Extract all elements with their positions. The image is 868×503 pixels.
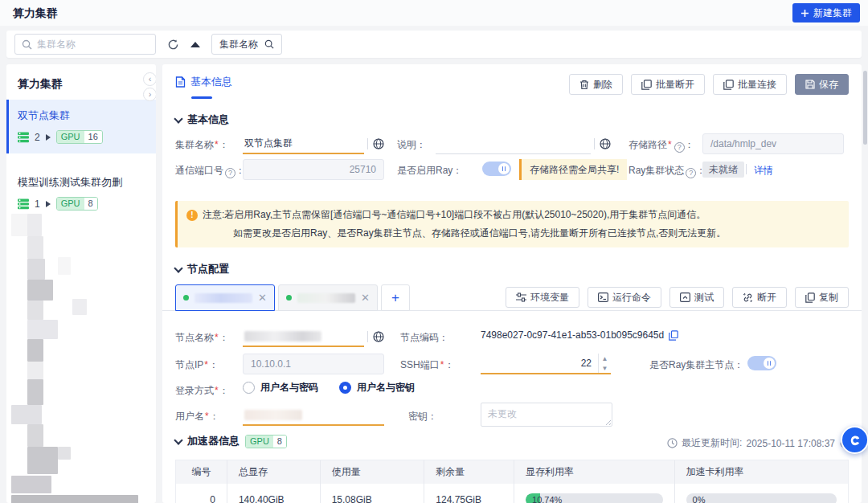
- globe-icon[interactable]: [373, 331, 384, 342]
- window-icon: [680, 292, 690, 302]
- question-icon[interactable]: ?: [674, 142, 685, 153]
- ssh-port-stepper[interactable]: 22 ▲▼: [481, 354, 611, 374]
- cluster-name-field[interactable]: 双节点集群: [243, 133, 384, 154]
- description-field[interactable]: [436, 133, 611, 154]
- env-vars-button[interactable]: 环境变量: [506, 287, 579, 308]
- username-field[interactable]: [243, 405, 384, 426]
- copy-icon: [805, 292, 815, 303]
- refresh-icon[interactable]: [167, 39, 179, 51]
- gpu-badge: GPU 16: [56, 130, 103, 144]
- tab-basic-info[interactable]: 基本信息: [175, 75, 232, 89]
- copy-blue-icon[interactable]: [669, 330, 678, 341]
- save-icon: [805, 80, 815, 89]
- cluster-sidebar: 算力集群 ‹ › 双节点集群 2 GPU 16 模型训练测试集群勿删 1 GPU: [6, 64, 156, 503]
- node-tab-1[interactable]: ✕: [175, 284, 275, 311]
- redacted-node-name: [194, 293, 252, 303]
- test-button[interactable]: 测试: [669, 287, 724, 308]
- copy-button[interactable]: 复制: [795, 287, 849, 308]
- collapse-arrow-icon[interactable]: [190, 42, 200, 47]
- number-stepper[interactable]: ▲▼: [598, 354, 611, 373]
- table-row: 0 140.40GiB 15.08GiB 124.75GiB 10.74% 0%: [176, 484, 848, 503]
- node-ip-label: 节点IP: [175, 358, 219, 372]
- card-util-bar: 0%: [686, 493, 837, 503]
- question-icon[interactable]: ?: [225, 168, 235, 178]
- radio-unchecked-icon: [243, 382, 255, 394]
- storage-path-label: 存储路径?: [628, 138, 694, 153]
- secret-textarea[interactable]: 未更改: [481, 403, 612, 427]
- globe-icon[interactable]: [600, 138, 611, 149]
- assistant-widget-button[interactable]: [841, 426, 868, 454]
- toggle-pause-icon: [498, 163, 510, 174]
- close-icon[interactable]: ✕: [258, 292, 267, 303]
- radio-checked-icon: [339, 382, 351, 394]
- search-input[interactable]: [37, 39, 149, 50]
- section-basic-info[interactable]: 基本信息: [175, 112, 229, 127]
- run-command-button[interactable]: 运行命令: [588, 287, 661, 308]
- ray-master-toggle[interactable]: [747, 356, 776, 370]
- page-title: 算力集群: [13, 6, 58, 21]
- batch-connect-button[interactable]: 批量连接: [713, 74, 787, 95]
- username-label: 用户名: [175, 410, 219, 423]
- trash-icon: [579, 80, 589, 90]
- expand-right-icon[interactable]: ›: [143, 88, 156, 101]
- globe-icon[interactable]: [373, 138, 384, 149]
- scrollbar-thumb[interactable]: [863, 71, 867, 145]
- search-toolbar: 集群名称: [6, 31, 862, 58]
- node-name-label: 节点名称: [175, 331, 229, 345]
- status-dot-icon: [183, 295, 189, 301]
- document-icon: [175, 76, 186, 88]
- batch-disconnect-button[interactable]: 批量断开: [631, 74, 705, 95]
- login-method-label: 登录方式: [175, 384, 229, 398]
- main-panel: 基本信息 删除 批量断开 批量连接 保存: [162, 64, 862, 503]
- cluster-name: 模型训练测试集群勿删: [18, 175, 146, 190]
- sidebar-title: 算力集群: [6, 64, 156, 100]
- sort-field-chip[interactable]: 集群名称: [211, 34, 282, 55]
- radio-username-password[interactable]: 用户名与密码: [243, 381, 318, 395]
- node-name-field[interactable]: [243, 326, 384, 347]
- close-icon[interactable]: ✕: [361, 292, 370, 303]
- last-updated: 最近更新时间: 2025-10-11 17:08:37: [667, 436, 850, 450]
- batch-windows-icon: [723, 80, 734, 90]
- sidebar-item-cluster-1[interactable]: 双节点集群 2 GPU 16: [6, 100, 156, 153]
- node-tab-2[interactable]: ✕: [278, 284, 378, 311]
- question-icon[interactable]: ?: [686, 168, 696, 178]
- assistant-logo-icon: [847, 432, 862, 448]
- add-node-tab-button[interactable]: +: [381, 284, 410, 311]
- accelerator-table: 编号 总显存 使用量 剩余量 显存利用率 加速卡利用率 0 140.40GiB …: [175, 460, 849, 503]
- redacted-node-name: [244, 331, 321, 341]
- notice-line-1: 注意:若启用Ray,主节点需保留[通信端口号~通信端口号+10]端口段不被占用(…: [203, 208, 706, 222]
- section-accelerator[interactable]: 加速器信息 GPU 8: [175, 434, 287, 448]
- ray-enable-label: 是否启用Ray: [397, 164, 462, 178]
- login-method-radios: 用户名与密码 用户名与密钥: [243, 381, 415, 395]
- stepper-down-icon: ▼: [599, 363, 611, 373]
- ray-status-detail-link[interactable]: 详情: [754, 164, 773, 178]
- section-node-config[interactable]: 节点配置: [175, 262, 229, 276]
- radio-username-key[interactable]: 用户名与密钥: [339, 381, 415, 395]
- node-ip-input: 10.10.0.1: [243, 354, 384, 374]
- sliders-icon: [516, 292, 526, 302]
- gpu-badge: GPU 8: [245, 435, 287, 448]
- save-button[interactable]: 保存: [795, 74, 849, 95]
- status-dot-icon: [286, 295, 292, 301]
- chevron-down-icon: [174, 114, 182, 123]
- cluster-search-box[interactable]: [14, 34, 156, 55]
- ray-enable-toggle[interactable]: [482, 162, 511, 176]
- server-icon: [18, 132, 29, 143]
- toggle-pause-icon: [764, 358, 775, 369]
- node-code-label: 节点编码: [400, 331, 448, 345]
- ssh-port-label: SSH端口: [400, 358, 454, 372]
- disconnect-button[interactable]: 断开: [732, 287, 787, 308]
- sidebar-item-cluster-2[interactable]: 模型训练测试集群勿删 1 GPU 8: [6, 166, 156, 220]
- warning-icon: !: [186, 210, 198, 221]
- delete-button[interactable]: 删除: [569, 74, 623, 95]
- play-icon[interactable]: [46, 134, 51, 141]
- redacted-node-name: [297, 293, 355, 303]
- cluster-name-label: 集群名称: [175, 138, 229, 152]
- node-code-value: 7498e027-0c97-41e1-ab53-01b095c9645d: [481, 329, 678, 341]
- notice-line-2: 如需更改是否启用Ray、是否Ray集群主节点、存储路径或通信端口号,请先批量断开…: [233, 227, 726, 240]
- node-count: 1: [35, 198, 40, 210]
- active-tab-indicator: [191, 96, 212, 99]
- play-icon[interactable]: [46, 201, 51, 207]
- collapse-left-icon[interactable]: ‹: [143, 72, 156, 86]
- new-cluster-button[interactable]: 新建集群: [792, 3, 860, 22]
